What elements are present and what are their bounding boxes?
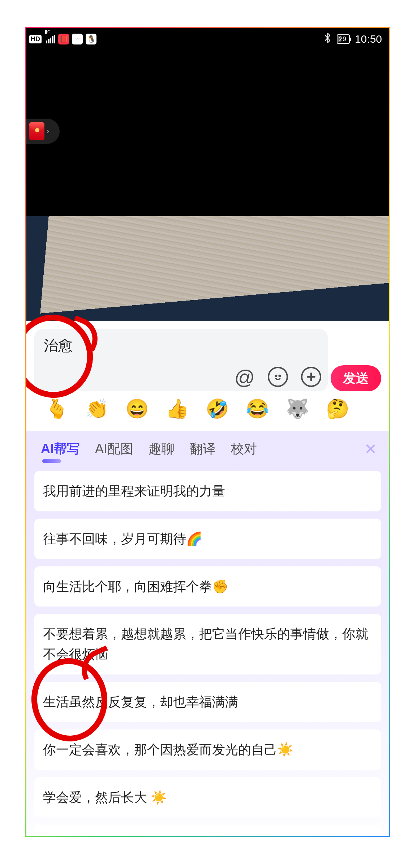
chevron-right-icon: › xyxy=(47,127,49,136)
send-button[interactable]: 发送 xyxy=(331,365,381,391)
ai-tab-chat[interactable]: 趣聊 xyxy=(149,440,175,458)
emoji-quick[interactable]: 🤔 xyxy=(326,398,349,420)
hd-badge: HD xyxy=(29,35,42,43)
emoji-quick[interactable]: 😂 xyxy=(246,398,269,420)
svg-point-1 xyxy=(279,375,280,376)
status-right: 29 10:50 xyxy=(324,33,382,46)
huawei-app-icon: 〰 xyxy=(72,34,83,44)
emoji-quick[interactable]: 👍 xyxy=(165,398,189,420)
qq-app-icon: 🐧 xyxy=(86,34,96,44)
ai-suggestion[interactable]: 你一定会喜欢，那个因热爱而发光的自己☀️ xyxy=(34,729,381,770)
emoji-quick[interactable]: 🫰 xyxy=(45,398,69,420)
mention-icon[interactable]: @ xyxy=(235,367,255,387)
battery-icon: 29 xyxy=(337,34,350,44)
emoji-quick[interactable]: 🤣 xyxy=(206,398,229,420)
ai-tab-proof[interactable]: 校对 xyxy=(231,440,257,458)
ai-tab-write[interactable]: AI帮写 xyxy=(41,440,80,458)
bluetooth-icon xyxy=(324,33,332,46)
ai-panel: AI帮写 AI配图 趣聊 翻译 校对 ✕ 我用前进的里程来证明我的力量 往事不回… xyxy=(26,431,389,837)
ai-suggestion[interactable]: 向生活比个耶，向困难挥个拳✊ xyxy=(34,566,381,607)
ai-suggestion[interactable]: 生活虽然反反复复，却也幸福满满 xyxy=(34,682,381,722)
compose-box[interactable]: 治愈 @ xyxy=(34,329,328,391)
video-preview[interactable]: › xyxy=(26,50,389,216)
ai-suggestion[interactable]: 治愈小伤口，再打小怪兽 xyxy=(34,825,381,837)
book-app-icon: 📕 xyxy=(58,34,69,44)
status-left: HD 5G 📕 〰 🐧 xyxy=(29,34,96,44)
ai-tabs: AI帮写 AI配图 趣聊 翻译 校对 ✕ xyxy=(34,437,381,465)
emoji-icon[interactable] xyxy=(268,367,288,387)
ai-suggestion-list: 我用前进的里程来证明我的力量 往事不回味，岁月可期待🌈 向生活比个耶，向困难挥个… xyxy=(34,471,381,837)
compose-area: 治愈 @ 发送 🫰 👏 😄 👍 � xyxy=(26,321,389,431)
ai-suggestion[interactable]: 学会爱，然后长大 ☀️ xyxy=(34,777,381,818)
emoji-quick-row: 🫰 👏 😄 👍 🤣 😂 🐺 🤔 xyxy=(34,391,381,427)
content-image xyxy=(26,216,389,321)
ai-tab-image[interactable]: AI配图 xyxy=(95,440,133,458)
ai-tab-translate[interactable]: 翻译 xyxy=(190,440,216,458)
red-packet-icon xyxy=(29,122,44,140)
ai-suggestion[interactable]: 往事不回味，岁月可期待🌈 xyxy=(34,519,381,559)
plus-icon[interactable] xyxy=(301,367,321,387)
signal-5g-icon: 5G xyxy=(46,35,55,43)
close-icon[interactable]: ✕ xyxy=(364,440,377,458)
clock: 10:50 xyxy=(355,33,382,45)
emoji-quick[interactable]: 😄 xyxy=(125,398,149,420)
ai-suggestion[interactable]: 不要想着累，越想就越累，把它当作快乐的事情做，你就不会很烦恼 xyxy=(34,614,381,675)
compose-text-input[interactable]: 治愈 xyxy=(44,336,321,357)
emoji-quick[interactable]: 👏 xyxy=(85,398,109,420)
app-frame: HD 5G 📕 〰 🐧 29 10:50 › xyxy=(25,27,390,837)
ai-suggestion[interactable]: 我用前进的里程来证明我的力量 xyxy=(34,471,381,511)
status-bar: HD 5G 📕 〰 🐧 29 10:50 xyxy=(26,28,389,50)
compose-actions: @ xyxy=(44,367,321,387)
red-packet-button[interactable]: › xyxy=(26,119,60,144)
emoji-quick[interactable]: 🐺 xyxy=(286,398,309,420)
svg-point-0 xyxy=(275,375,277,376)
